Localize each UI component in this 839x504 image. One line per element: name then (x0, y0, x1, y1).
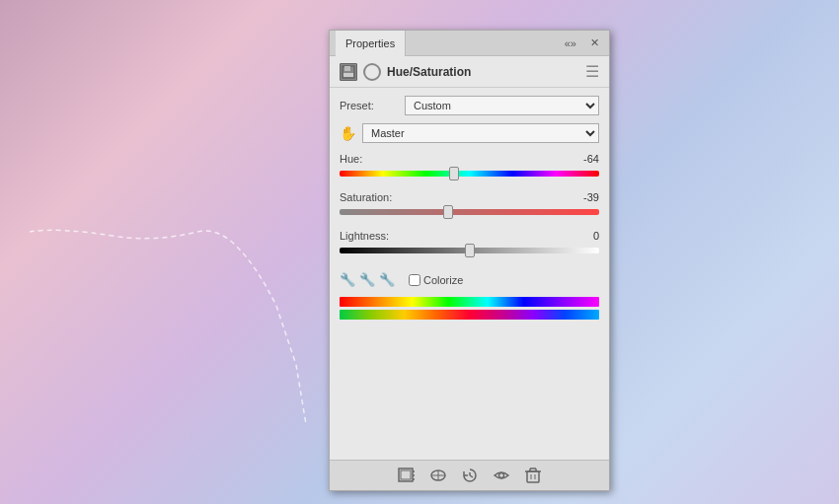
preset-row: Preset: Custom Default Cyanotype Sepia (340, 96, 599, 115)
hue-header: Hue: -64 (340, 153, 599, 165)
saturation-slider-group: Saturation: -39 (340, 191, 599, 220)
lightness-header: Lightness: 0 (340, 230, 599, 242)
channel-select[interactable]: Master Reds Yellows Greens Cyans Blues M… (362, 123, 599, 143)
preset-label: Preset: (340, 100, 399, 111)
panel-titlebar: Properties «» ✕ (330, 31, 609, 56)
hue-slider-group: Hue: -64 (340, 153, 599, 181)
close-button[interactable]: ✕ (586, 35, 603, 51)
saturation-thumb[interactable] (443, 205, 453, 219)
add-mask-icon (398, 467, 416, 484)
floppy-icon (342, 65, 355, 79)
layer-mask-button[interactable] (363, 63, 381, 81)
svg-rect-7 (401, 470, 411, 479)
collapse-button[interactable]: «» (561, 36, 580, 51)
colorize-row: Colorize (409, 274, 463, 286)
lightness-thumb[interactable] (465, 244, 475, 257)
result-color-bar (340, 310, 599, 320)
lightness-slider-group: Lightness: 0 (340, 230, 599, 258)
add-sample-icon[interactable]: 🔧 (359, 272, 375, 287)
saturation-track[interactable] (340, 204, 599, 220)
visibility-button[interactable] (493, 467, 510, 484)
subtract-sample-icon[interactable]: 🔧 (379, 272, 395, 287)
hue-track[interactable] (340, 166, 599, 181)
saturation-value: -39 (583, 191, 599, 203)
tab-properties[interactable]: Properties (336, 31, 406, 56)
save-layer-button[interactable] (340, 63, 357, 81)
hue-value: -64 (583, 153, 599, 165)
panel-menu-button[interactable]: ☰ (585, 62, 599, 81)
lightness-bg (340, 248, 599, 253)
panel-body: Preset: Custom Default Cyanotype Sepia ✋… (330, 88, 609, 460)
lightness-track[interactable] (340, 243, 599, 258)
pixel-layer-button[interactable] (429, 467, 447, 484)
hue-bg (340, 171, 599, 177)
tools-row: 🔧 🔧 🔧 Colorize (340, 272, 599, 287)
sample-eyedropper-icon[interactable]: 🔧 (340, 272, 355, 287)
saturation-header: Saturation: -39 (340, 191, 599, 203)
svg-rect-14 (527, 471, 539, 482)
lightness-value: 0 (593, 230, 599, 242)
section-title: Hue/Saturation (387, 65, 471, 79)
properties-panel: Properties «» ✕ Hue/Saturation ☰ Preset:… (329, 30, 610, 491)
delete-button[interactable] (524, 467, 542, 484)
lightness-label: Lightness: (340, 230, 389, 242)
panel-footer (330, 460, 609, 490)
channel-row: ✋ Master Reds Yellows Greens Cyans Blues… (340, 123, 599, 143)
svg-point-13 (498, 473, 503, 478)
hue-thumb[interactable] (449, 167, 459, 180)
preset-select[interactable]: Custom Default Cyanotype Sepia (405, 96, 599, 115)
history-icon (461, 467, 479, 484)
panel-tabs: Properties (336, 31, 406, 56)
hand-tool-icon[interactable]: ✋ (340, 125, 356, 141)
colorize-checkbox[interactable] (409, 274, 420, 286)
history-button[interactable] (461, 467, 479, 484)
svg-rect-2 (343, 73, 353, 77)
eye-icon (493, 467, 510, 484)
colorize-label: Colorize (423, 274, 463, 286)
add-mask-button[interactable] (398, 467, 416, 484)
hue-label: Hue: (340, 153, 362, 165)
source-color-bar (340, 297, 599, 307)
pixel-layer-icon (429, 467, 447, 484)
svg-line-12 (470, 475, 473, 477)
panel-header: Hue/Saturation ☰ (330, 56, 609, 88)
saturation-label: Saturation: (340, 191, 392, 203)
titlebar-controls: «» ✕ (561, 35, 603, 51)
trash-icon (524, 467, 542, 484)
svg-rect-1 (344, 66, 350, 71)
color-bars (340, 297, 599, 320)
saturation-bg (340, 209, 599, 215)
